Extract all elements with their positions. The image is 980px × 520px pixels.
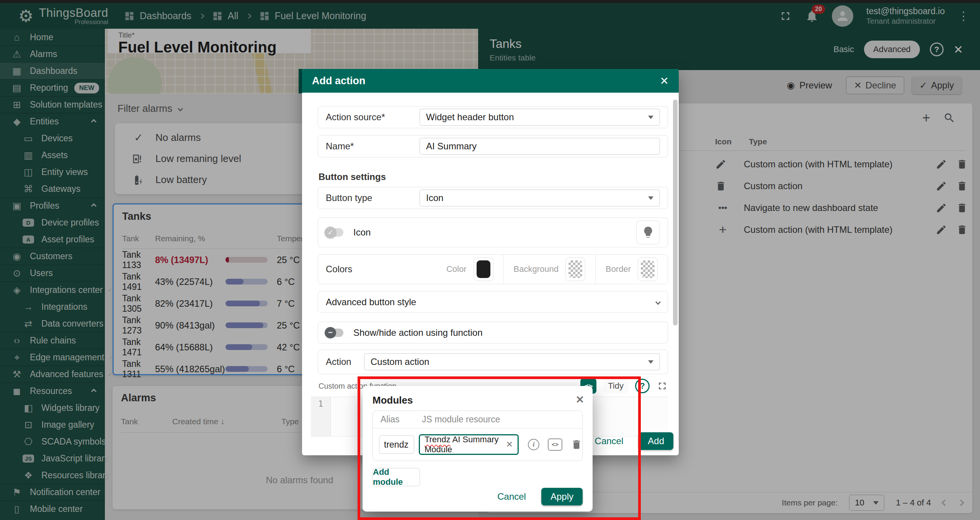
chevron-down-icon [648, 196, 653, 200]
add-button[interactable]: Add [639, 432, 673, 450]
show-hide-toggle[interactable]: − [326, 329, 343, 337]
button-type-row: Button type Icon [318, 187, 668, 209]
line-number-gutter: 1 [311, 397, 331, 436]
name-input[interactable]: AI Summary [420, 138, 660, 155]
background-group: Background [503, 255, 595, 284]
colors-row: Colors Color Background Border [318, 254, 668, 284]
close-icon[interactable]: ✕ [660, 75, 669, 87]
chevron-down-icon [655, 299, 661, 304]
scrollbar[interactable] [673, 100, 678, 325]
color-swatch-button[interactable] [474, 257, 493, 281]
lightbulb-icon [641, 226, 655, 239]
show-hide-row: − Show/hide action using function [318, 322, 668, 343]
background-swatch-button[interactable] [565, 257, 585, 281]
annotation-highlight [358, 376, 641, 520]
fullscreen-icon[interactable] [657, 380, 668, 392]
chevron-down-icon [648, 116, 653, 119]
border-swatch-button[interactable] [638, 257, 658, 281]
action-select[interactable]: Custom action [364, 353, 660, 370]
icon-picker-button[interactable] [636, 221, 660, 244]
action-row: Action Custom action [318, 350, 668, 374]
advanced-style-row[interactable]: Advanced button style [318, 291, 668, 313]
dialog-header: Add action ✕ [302, 69, 679, 93]
action-source-select[interactable]: Widget header button [420, 109, 660, 126]
dialog-title: Add action [312, 75, 366, 87]
button-settings-heading: Button settings [318, 172, 386, 182]
button-type-select[interactable]: Icon [420, 190, 660, 206]
icon-toggle[interactable]: ✓ [326, 228, 343, 237]
action-source-row: Action source* Widget header button [318, 106, 668, 128]
name-row: Name* AI Summary [318, 135, 668, 157]
chevron-down-icon [648, 360, 653, 364]
color-group: Color [436, 255, 503, 284]
icon-row: ✓ Icon [318, 217, 668, 247]
border-group: Border [595, 255, 668, 284]
